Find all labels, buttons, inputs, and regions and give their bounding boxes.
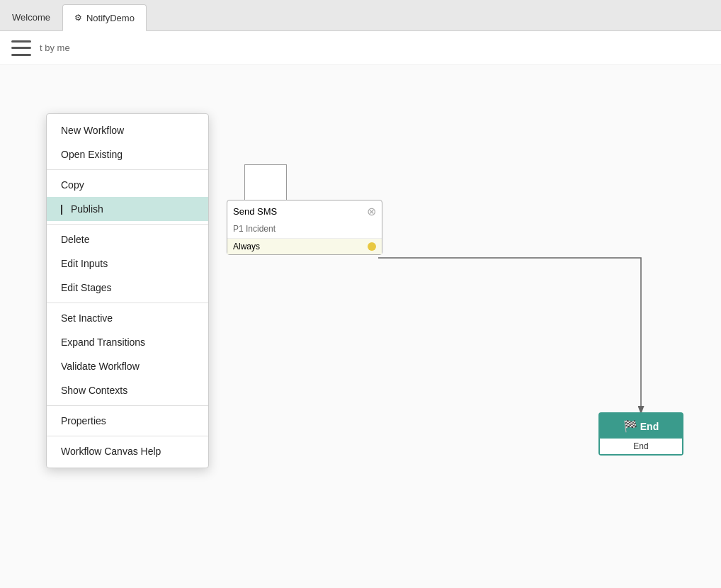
menu-item-workflow-canvas-help-label: Workflow Canvas Help bbox=[61, 446, 161, 457]
menu-item-publish[interactable]: Publish bbox=[47, 197, 208, 221]
end-node-label: End bbox=[600, 439, 682, 454]
menu-item-edit-inputs[interactable]: Edit Inputs bbox=[47, 251, 208, 276]
tab-notifydemo-label: NotifyDemo bbox=[86, 13, 135, 23]
menu-item-open-existing[interactable]: Open Existing bbox=[47, 142, 208, 166]
end-node-title: End bbox=[640, 421, 659, 432]
header-subtitle: t by me bbox=[40, 43, 70, 53]
menu-divider-1 bbox=[47, 169, 208, 170]
main-area: t by me Send SMS ⊗ P1 Incident bbox=[0, 31, 721, 588]
send-sms-node[interactable]: Send SMS ⊗ P1 Incident Always bbox=[227, 200, 382, 255]
menu-item-show-contexts[interactable]: Show Contexts bbox=[47, 378, 208, 402]
menu-item-copy[interactable]: Copy bbox=[47, 173, 208, 197]
transition-label: Always bbox=[233, 242, 260, 251]
menu-item-show-contexts-label: Show Contexts bbox=[61, 385, 127, 396]
send-sms-header: Send SMS ⊗ bbox=[227, 200, 382, 222]
menu-divider-2 bbox=[47, 224, 208, 225]
menu-item-validate-workflow-label: Validate Workflow bbox=[61, 361, 140, 372]
hamburger-menu[interactable] bbox=[11, 40, 31, 56]
end-node[interactable]: 🏁 End End bbox=[598, 412, 683, 456]
menu-item-set-inactive[interactable]: Set Inactive bbox=[47, 306, 208, 330]
send-sms-close-icon[interactable]: ⊗ bbox=[367, 205, 376, 218]
tab-notifydemo[interactable]: ⚙ NotifyDemo bbox=[62, 4, 147, 31]
menu-divider-5 bbox=[47, 436, 208, 436]
menu-item-validate-workflow[interactable]: Validate Workflow bbox=[47, 354, 208, 378]
menu-item-properties[interactable]: Properties bbox=[47, 409, 208, 433]
hamburger-line-3 bbox=[11, 54, 31, 56]
menu-item-delete-label: Delete bbox=[61, 234, 89, 245]
menu-item-open-existing-label: Open Existing bbox=[61, 149, 123, 160]
menu-item-new-workflow-label: New Workflow bbox=[61, 125, 124, 136]
menu-item-publish-label: Publish bbox=[71, 203, 103, 215]
menu-divider-4 bbox=[47, 405, 208, 406]
send-sms-title: Send SMS bbox=[233, 206, 277, 217]
menu-item-edit-inputs-label: Edit Inputs bbox=[61, 258, 108, 269]
workflow-icon: ⚙ bbox=[74, 13, 82, 23]
tab-bar: Welcome ⚙ NotifyDemo bbox=[0, 0, 721, 31]
cursor-icon bbox=[61, 205, 67, 215]
tab-welcome-label: Welcome bbox=[12, 12, 50, 23]
menu-item-edit-stages-label: Edit Stages bbox=[61, 282, 112, 293]
send-sms-subtitle: P1 Incident bbox=[227, 222, 382, 238]
send-sms-transition: Always bbox=[227, 238, 382, 254]
hamburger-line-1 bbox=[11, 40, 31, 43]
menu-item-set-inactive-label: Set Inactive bbox=[61, 312, 113, 324]
menu-divider-3 bbox=[47, 303, 208, 303]
context-menu: New Workflow Open Existing Copy Publish … bbox=[46, 113, 209, 468]
tab-welcome[interactable]: Welcome bbox=[0, 4, 62, 30]
end-flag-icon: 🏁 bbox=[623, 419, 637, 433]
top-connector-box bbox=[244, 164, 287, 200]
menu-item-delete[interactable]: Delete bbox=[47, 227, 208, 251]
menu-item-new-workflow[interactable]: New Workflow bbox=[47, 118, 208, 142]
workflow-canvas: Send SMS ⊗ P1 Incident Always 🏁 End End … bbox=[0, 65, 721, 588]
menu-item-edit-stages[interactable]: Edit Stages bbox=[47, 276, 208, 300]
hamburger-line-2 bbox=[11, 47, 31, 49]
transition-dot bbox=[368, 242, 376, 251]
menu-item-expand-transitions-label: Expand Transitions bbox=[61, 337, 145, 348]
menu-item-properties-label: Properties bbox=[61, 415, 106, 426]
end-node-header: 🏁 End bbox=[600, 414, 682, 439]
header: t by me bbox=[0, 31, 721, 65]
menu-item-workflow-canvas-help[interactable]: Workflow Canvas Help bbox=[47, 439, 208, 463]
menu-item-expand-transitions[interactable]: Expand Transitions bbox=[47, 330, 208, 354]
menu-item-copy-label: Copy bbox=[61, 179, 84, 191]
